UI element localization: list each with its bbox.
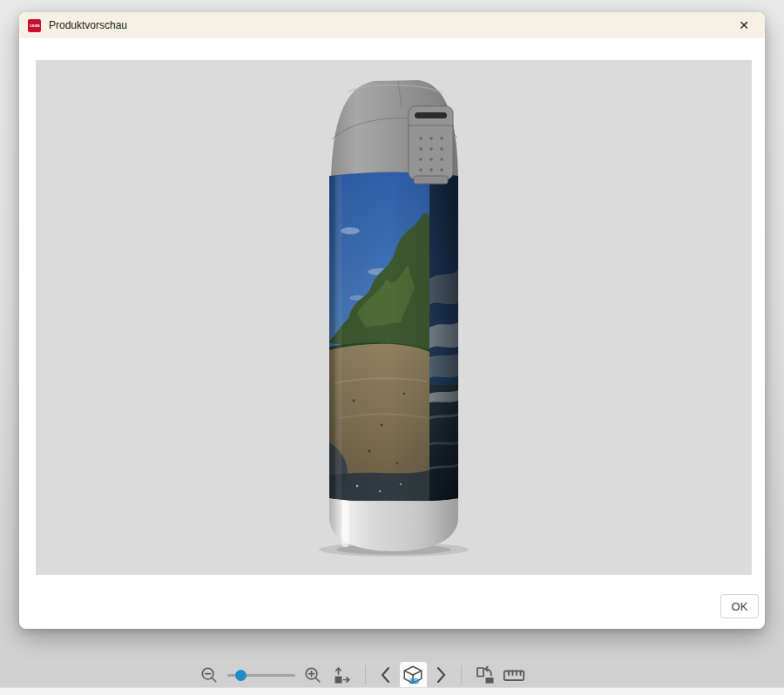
rotate-orientation-icon[interactable] — [475, 665, 496, 685]
zoom-slider[interactable] — [227, 669, 295, 681]
cewe-logo-icon: CEWE — [28, 19, 41, 32]
toolbar-separator — [461, 665, 462, 685]
view-3d-label: 3D — [409, 677, 420, 685]
cewe-logo-text: CEWE — [29, 24, 39, 27]
fit-size-icon[interactable] — [332, 665, 352, 685]
ruler-icon[interactable] — [503, 668, 525, 683]
product-preview-dialog: CEWE Produktvorschau ✕ — [19, 12, 765, 629]
titlebar: CEWE Produktvorschau ✕ — [19, 12, 765, 38]
window-title: Produktvorschau — [49, 19, 127, 31]
bottle-spout — [409, 106, 453, 184]
bottom-edge-strip — [0, 687, 784, 695]
view-3d-button[interactable]: 3D — [400, 662, 427, 689]
toolbar-separator — [365, 665, 366, 685]
photo-wrap — [329, 165, 458, 507]
zoom-slider-thumb[interactable] — [235, 670, 247, 681]
prev-view-icon[interactable] — [379, 664, 393, 686]
close-icon[interactable]: ✕ — [732, 13, 756, 37]
preview-canvas[interactable] — [36, 60, 752, 575]
bottle-3d-render[interactable] — [296, 70, 497, 557]
zoom-in-icon[interactable] — [304, 666, 322, 685]
zoom-out-icon[interactable] — [200, 666, 219, 685]
ok-button[interactable]: OK — [720, 594, 759, 618]
next-view-icon[interactable] — [434, 664, 448, 686]
